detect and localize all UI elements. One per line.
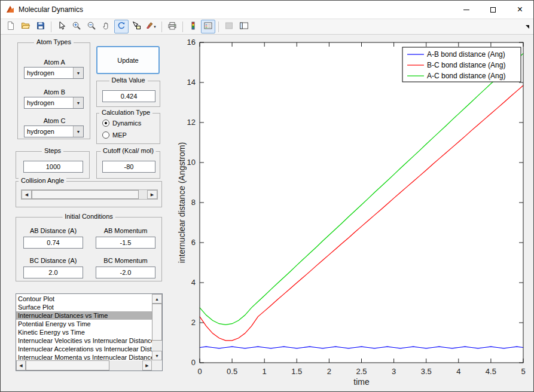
atom-a-value: hydrogen [25, 68, 73, 78]
minimize-icon [463, 10, 469, 10]
close-button[interactable]: × [506, 1, 533, 19]
chevron-down-icon[interactable]: ▼ [73, 68, 83, 78]
title-bar[interactable]: Molecular Dynamics × [1, 1, 533, 19]
list-item[interactable]: Internuclear Momenta vs Internuclear Dis… [16, 353, 152, 360]
atom-a-select[interactable]: hydrogen ▼ [24, 67, 84, 79]
save-button[interactable] [33, 20, 48, 33]
steps-input[interactable] [23, 161, 83, 173]
svg-text:5: 5 [521, 367, 525, 376]
edit-plot-button[interactable] [54, 20, 69, 33]
new-file-button[interactable] [4, 20, 18, 33]
brush-dropdown-icon[interactable]: ▼ [153, 25, 157, 29]
cutoff-input[interactable] [102, 161, 155, 173]
hscroll-thumb[interactable] [26, 360, 109, 370]
chart-svg[interactable]: 00.511.522.533.544.550246810121416timein… [177, 38, 529, 391]
minimize-button[interactable] [453, 1, 480, 19]
atom-a-label: Atom A [18, 59, 91, 67]
atom-types-title: Atom Types [34, 38, 74, 45]
scroll-down-icon[interactable]: ▼ [152, 351, 162, 360]
zoom-in-icon [72, 21, 81, 33]
list-item[interactable]: Internuclear Velocities vs Internuclear … [16, 336, 152, 345]
data-cursor-button[interactable] [129, 20, 144, 33]
dynamics-radio[interactable]: Dynamics [102, 120, 141, 127]
svg-text:2: 2 [191, 318, 196, 327]
zoom-in-button[interactable] [69, 20, 84, 33]
hide-plot-tools-button[interactable] [222, 20, 236, 33]
list-item[interactable]: Surface Plot [16, 303, 152, 311]
radio-circle-icon [102, 131, 109, 139]
bc-distance-label: BC Distance (A) [21, 257, 86, 265]
bc-momentum-input[interactable] [96, 267, 155, 278]
svg-text:1: 1 [263, 367, 267, 376]
plot-type-listbox[interactable]: Contour PlotSurface PlotInternuclear Dis… [16, 293, 163, 371]
initial-conditions-title: Initial Conditions [62, 213, 115, 220]
atom-b-label: Atom B [18, 88, 91, 97]
toolbar-separator [161, 22, 162, 32]
atom-c-value: hydrogen [25, 126, 73, 137]
insert-colorbar-button[interactable] [186, 20, 200, 33]
print-button[interactable] [165, 20, 179, 33]
ab-momentum-label: AB Momentum [94, 227, 157, 235]
vscroll-thumb[interactable] [152, 304, 162, 341]
collision-angle-slider[interactable]: ◀ ▶ [21, 189, 158, 200]
delta-value-title: Delta Value [109, 76, 147, 84]
legend-icon [203, 21, 213, 33]
list-item[interactable]: Internuclear Accelerations vs Internucle… [16, 345, 152, 353]
printer-icon [167, 21, 177, 33]
brush-button[interactable]: ▼ [144, 20, 158, 33]
slider-left-arrow-icon[interactable]: ◀ [22, 190, 32, 199]
pointer-icon [57, 21, 66, 33]
zoom-out-button[interactable] [84, 20, 99, 33]
show-plot-tools-button[interactable] [237, 20, 251, 33]
svg-text:16: 16 [187, 38, 196, 47]
mep-radio-label: MEP [112, 131, 127, 139]
toolbar-overflow-icon[interactable] [526, 25, 529, 29]
list-item[interactable]: Potential Energy vs Time [16, 320, 152, 328]
mep-radio[interactable]: MEP [102, 131, 127, 139]
atom-c-select[interactable]: hydrogen ▼ [24, 125, 84, 137]
atom-b-select[interactable]: hydrogen ▼ [24, 97, 84, 109]
delta-value-input[interactable] [102, 90, 155, 102]
list-item[interactable]: Kinetic Energy vs Time [16, 328, 152, 336]
scroll-right-icon[interactable]: ▶ [142, 360, 152, 370]
toolbar-separator [218, 22, 219, 32]
chevron-down-icon[interactable]: ▼ [73, 126, 83, 137]
pan-button[interactable] [99, 20, 114, 33]
scroll-left-icon[interactable]: ◀ [16, 360, 26, 370]
chevron-down-icon[interactable]: ▼ [73, 97, 83, 108]
list-item[interactable]: Contour Plot [16, 295, 152, 303]
figure-toolbar: ▼ [1, 19, 533, 35]
svg-text:internuclear distance (Angstro: internuclear distance (Angstrom) [177, 142, 187, 263]
update-button[interactable]: Update [96, 46, 160, 74]
scroll-up-icon[interactable]: ▲ [152, 294, 162, 304]
svg-text:time: time [353, 377, 370, 387]
rotate-3d-button[interactable] [114, 20, 129, 33]
scrollbar-corner [152, 360, 162, 370]
atom-c-label: Atom C [18, 117, 91, 125]
ab-distance-input[interactable] [23, 237, 83, 249]
collision-angle-panel: Collision Angle ◀ ▶ [16, 181, 162, 207]
insert-legend-button[interactable] [201, 20, 215, 33]
maximize-button[interactable] [480, 1, 506, 19]
pan-hand-icon [102, 21, 111, 33]
listbox-horizontal-scrollbar[interactable]: ◀ ▶ [16, 360, 152, 370]
svg-text:B-C bond distance (Ang): B-C bond distance (Ang) [427, 61, 505, 69]
plot-type-list: Contour PlotSurface PlotInternuclear Dis… [16, 295, 152, 360]
list-item[interactable]: Internuclear Distances vs Time [16, 311, 152, 320]
svg-text:2: 2 [327, 367, 331, 376]
window-controls: × [453, 1, 533, 19]
svg-text:3: 3 [392, 367, 396, 376]
slider-right-arrow-icon[interactable]: ▶ [147, 190, 157, 199]
figure-client-area: Atom Types Atom A hydrogen ▼ Atom B hydr… [1, 35, 533, 391]
slider-thumb[interactable] [32, 190, 139, 199]
svg-text:A-C bond distance (Ang): A-C bond distance (Ang) [427, 72, 505, 80]
bc-distance-input[interactable] [23, 267, 83, 278]
svg-text:4.5: 4.5 [486, 367, 496, 376]
maximize-icon [490, 7, 496, 13]
calculation-type-panel: Calculation Type Dynamics MEP [96, 113, 160, 144]
svg-text:14: 14 [187, 78, 196, 87]
open-file-button[interactable] [19, 20, 33, 33]
radio-circle-icon [102, 120, 109, 127]
ab-momentum-input[interactable] [96, 237, 155, 249]
listbox-vertical-scrollbar[interactable]: ▲ ▼ [152, 294, 162, 360]
